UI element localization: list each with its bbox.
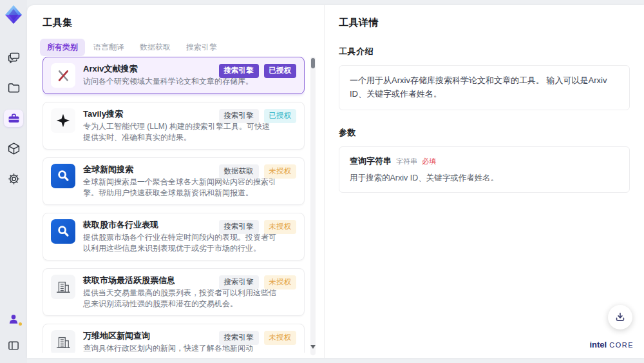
tool-category-tag: 搜索引擎 [219,220,259,234]
tool-card[interactable]: Tavily搜索 专为人工智能代理 (LLM) 构建的搜索引擎工具。可快速提供实… [43,102,305,150]
sparkle-icon [51,108,75,133]
scrollbar-track[interactable] [310,57,316,355]
tool-list: Arxiv文献搜索 访问各个研究领域大量科学论文和文章的存储库。 搜索引擎 已授… [43,57,305,353]
tab-2[interactable]: 数据获取 [133,39,178,56]
tool-description: 提供当天交易量最高的股票列表，投资者可以利用这些信息来识别流动性强的股票和潜在的… [83,288,276,309]
tool-card[interactable]: 获取股市各行业表现 提供股票市场各个行业在特定时间段内的表现。投资者可以利用这些… [43,213,305,260]
download-button[interactable] [608,305,632,329]
building-news-icon [51,275,75,299]
rail-bottom [4,310,23,354]
core-brand-text: core [609,341,634,349]
intro-text: 一个用于从Arxiv存储库搜索科学论文和文章的工具。 输入可以是Arxiv ID… [350,74,619,101]
params-heading: 参数 [339,127,630,139]
notification-dot [19,322,22,326]
folder-icon[interactable] [4,79,23,97]
toolset-panel: 工具集 所有类别语言翻译数据获取搜索引擎 Arxiv文献搜索 访问各个研究领域大… [27,5,324,358]
tab-1[interactable]: 语言翻译 [86,39,131,56]
rail-nav [4,49,23,188]
scrollbar-thumb[interactable] [311,58,315,68]
tool-description: 提供股票市场各个行业在特定时间段内的表现。投资者可以利用这些信息来识别表现优于或… [83,232,276,254]
tool-description: 专为人工智能代理 (LLM) 构建的搜索引擎工具。可快速提供实时、准确和真实的结… [83,121,276,143]
param-name: 查询字符串 [350,155,392,167]
tool-card[interactable]: 获取市场最活跃股票信息 提供当天交易量最高的股票列表，投资者可以利用这些信息来识… [43,268,305,316]
package-icon[interactable] [4,140,23,157]
tool-category-tag: 数据获取 [219,164,259,179]
tool-auth-badge: 未授权 [264,331,297,345]
param-box: 查询字符串 字符串 必填 用于搜索的Arxiv ID、关键字或作者姓名。 [339,146,630,193]
toolset-title: 工具集 [43,17,324,29]
tool-detail-panel: 工具详情 工具介绍 一个用于从Arxiv存储库搜索科学论文和文章的工具。 输入可… [324,5,644,358]
category-tabs: 所有类别语言翻译数据获取搜索引擎 [40,39,324,56]
tool-description: 全球新闻搜索是一个聚合全球各大新闻网站内容的搜索引擎。帮助用户快速获取全球最新资… [83,177,276,199]
tool-description: 访问各个研究领域大量科学论文和文章的存储库。 [83,76,276,87]
scrollbar-down-arrow[interactable] [310,345,316,349]
chat-icon[interactable] [4,49,23,66]
panel-toggle-icon[interactable] [4,337,23,354]
intel-core-badge: intel core [589,340,634,349]
tool-auth-badge: 已授权 [264,64,297,78]
blue-search-icon [51,164,75,188]
tool-auth-badge: 已授权 [264,109,297,123]
tool-category-tag: 搜索引擎 [219,109,259,123]
tool-category-tag: 搜索引擎 [219,331,259,345]
download-icon [614,311,627,324]
tab-0[interactable]: 所有类别 [40,39,85,56]
tool-category-tag: 搜索引擎 [219,64,259,78]
main-panel: 工具集 所有类别语言翻译数据获取搜索引擎 Arxiv文献搜索 访问各个研究领域大… [27,5,644,358]
tool-auth-badge: 未授权 [264,164,297,179]
param-required-badge: 必填 [422,157,436,166]
tool-card[interactable]: 万维地区新闻查询 查询具体行政区划内的新闻，快速了解各地新闻动 搜索引擎 未授权 [43,324,305,353]
tab-3[interactable]: 搜索引擎 [179,39,224,56]
arxiv-icon [51,63,75,88]
toolbox-icon[interactable] [4,110,23,127]
left-rail [0,0,27,363]
detail-title: 工具详情 [339,17,630,29]
building-news-icon [51,330,75,353]
blue-search-icon [51,219,75,244]
intro-box: 一个用于从Arxiv存储库搜索科学论文和文章的工具。 输入可以是Arxiv ID… [339,65,630,110]
tool-auth-badge: 未授权 [264,275,297,289]
app-logo-icon[interactable] [3,4,24,26]
settings-icon[interactable] [4,170,23,188]
tool-category-tag: 搜索引擎 [219,275,259,289]
tool-card[interactable]: 全球新闻搜索 全球新闻搜索是一个聚合全球各大新闻网站内容的搜索引擎。帮助用户快速… [43,157,305,205]
param-description: 用于搜索的Arxiv ID、关键字或作者姓名。 [350,173,619,184]
tool-card[interactable]: Arxiv文献搜索 访问各个研究领域大量科学论文和文章的存储库。 搜索引擎 已授… [43,57,305,94]
intel-brand-text: intel [589,340,607,349]
intro-heading: 工具介绍 [339,46,630,57]
param-type: 字符串 [396,157,417,166]
tool-auth-badge: 未授权 [264,220,297,234]
user-icon[interactable] [4,310,23,328]
